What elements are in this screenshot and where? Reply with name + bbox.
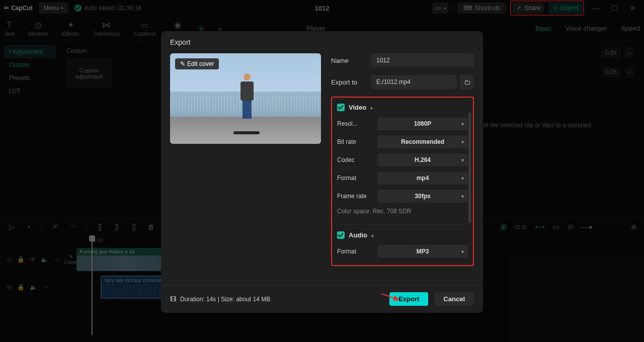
format-select[interactable]: mp4▾ (377, 172, 468, 185)
chevron-down-icon: ▾ (461, 194, 464, 199)
chevron-down-icon: ▾ (461, 157, 464, 163)
video-section-header[interactable]: Video ▴ (337, 104, 468, 111)
audio-format-label: Format (337, 248, 377, 255)
confirm-export-button[interactable]: Export (389, 292, 428, 306)
resolution-select[interactable]: 1080P▾ (377, 117, 468, 130)
export-settings-highlight: Video ▴ Resol... 1080P▾ Bit rate Recomme… (331, 97, 474, 266)
format-label: Format (337, 175, 377, 182)
bitrate-row: Bit rate Recommended▾ (337, 135, 468, 148)
bitrate-value: Recommended (401, 138, 444, 145)
resolution-value: 1080P (414, 120, 432, 127)
framerate-label: Frame rate (337, 193, 377, 200)
resolution-label: Resol... (337, 120, 377, 127)
codec-row: Codec H.264▾ (337, 153, 468, 166)
form-column: Name Export to 🗀 Video ▴ Resol... (331, 53, 474, 285)
skateboard-graphic (233, 131, 260, 134)
framerate-row: Frame rate 30fps▾ (337, 190, 468, 203)
browse-folder-button[interactable]: 🗀 (460, 74, 474, 90)
name-input[interactable] (371, 53, 474, 67)
codec-value: H.264 (415, 156, 431, 163)
scrollbar[interactable] (468, 113, 471, 223)
footer-buttons: Export Cancel (389, 292, 474, 306)
audio-section-header[interactable]: Audio ▴ (337, 231, 468, 239)
duration-text: Duration: 14s | Size: about 14 MB (180, 296, 270, 303)
bitrate-label: Bit rate (337, 138, 377, 145)
chevron-down-icon: ▾ (461, 249, 464, 254)
export-dialog: Export ✎ Edit cover Name Exp (161, 31, 483, 313)
caret-up-icon: ▴ (371, 233, 374, 238)
person-graphic (239, 73, 255, 119)
audio-format-row: Format MP3▾ (337, 245, 468, 258)
exportto-input[interactable] (371, 75, 457, 89)
exportto-label: Export to (331, 78, 371, 86)
cancel-button[interactable]: Cancel (434, 292, 474, 306)
divider (337, 224, 468, 224)
film-icon: 🎞 (170, 296, 176, 303)
name-row: Name (331, 53, 474, 67)
chevron-down-icon: ▾ (461, 121, 464, 127)
chevron-down-icon: ▾ (461, 139, 464, 145)
codec-select[interactable]: H.264▾ (377, 153, 468, 166)
audio-checkbox[interactable] (337, 231, 345, 239)
audio-format-select[interactable]: MP3▾ (377, 245, 468, 258)
framerate-select[interactable]: 30fps▾ (377, 190, 468, 203)
cover-preview[interactable]: ✎ Edit cover (170, 53, 321, 144)
caret-up-icon: ▴ (370, 105, 373, 110)
road-graphic (170, 117, 321, 144)
resolution-row: Resol... 1080P▾ (337, 117, 468, 130)
edit-cover-button[interactable]: ✎ Edit cover (175, 58, 219, 69)
dialog-title: Export (161, 31, 483, 53)
duration-info: 🎞 Duration: 14s | Size: about 14 MB (170, 296, 270, 303)
cover-column: ✎ Edit cover (170, 53, 321, 285)
edit-cover-label: Edit cover (187, 60, 214, 67)
chevron-down-icon: ▾ (461, 176, 464, 181)
name-label: Name (331, 57, 371, 64)
folder-icon: 🗀 (464, 78, 470, 86)
format-row: Format mp4▾ (337, 172, 468, 185)
video-checkbox[interactable] (337, 104, 345, 111)
dialog-footer: 🎞 Duration: 14s | Size: about 14 MB Expo… (161, 285, 483, 313)
bitrate-select[interactable]: Recommended▾ (377, 135, 468, 148)
format-value: mp4 (417, 175, 429, 182)
audio-format-value: MP3 (417, 248, 429, 255)
video-section-label: Video (349, 104, 366, 111)
framerate-value: 30fps (415, 193, 430, 200)
dialog-body: ✎ Edit cover Name Export to 🗀 (161, 53, 483, 285)
colorspace-text: Color space: Rec. 709 SDR (337, 208, 468, 215)
codec-label: Codec (337, 156, 377, 163)
pencil-icon: ✎ (180, 60, 185, 67)
audio-section-label: Audio (349, 231, 367, 239)
exportto-row: Export to 🗀 (331, 74, 474, 90)
